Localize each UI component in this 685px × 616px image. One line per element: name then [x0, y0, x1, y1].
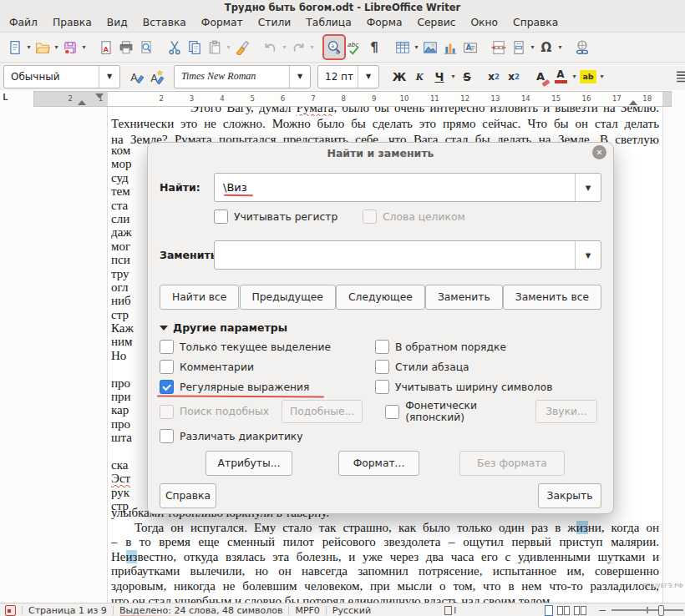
zoom-slider-handle[interactable]: [658, 605, 664, 616]
open-dropdown[interactable]: [53, 36, 60, 58]
clone-formatting-button[interactable]: [232, 36, 252, 58]
paste-button[interactable]: [205, 36, 225, 58]
highlight-color-dropdown[interactable]: [598, 65, 606, 88]
paragraph-style-dropdown[interactable]: [99, 66, 119, 88]
font-name-combo[interactable]: Times New Roman: [174, 65, 311, 88]
right-indent-marker[interactable]: [629, 100, 637, 105]
paragraph-styles-checkbox[interactable]: Стили абзаца: [375, 360, 601, 374]
insert-field-button[interactable]: [509, 36, 529, 58]
menu-item[interactable]: Правка: [45, 15, 99, 30]
single-page-view-button[interactable]: [545, 605, 553, 616]
menu-item[interactable]: Вставка: [135, 15, 194, 30]
highlight-color-button[interactable]: ab: [578, 66, 598, 88]
document-modified-icon[interactable]: [5, 605, 16, 616]
formatting-marks-button[interactable]: ¶: [364, 36, 384, 58]
justify-button[interactable]: [673, 65, 685, 88]
find-replace-button[interactable]: ad: [324, 36, 344, 58]
regex-checkbox[interactable]: Регулярные выражения: [160, 380, 375, 394]
current-selection-checkbox[interactable]: Только текущее выделение: [160, 340, 375, 354]
font-color-dropdown[interactable]: [571, 65, 578, 88]
menu-item[interactable]: Окно: [463, 15, 505, 30]
replace-input[interactable]: [215, 241, 575, 269]
help-button[interactable]: Справка: [160, 483, 216, 508]
special-character-button[interactable]: Ω: [536, 36, 556, 58]
redo-dropdown: [308, 36, 316, 58]
find-all-button[interactable]: Найти все: [160, 285, 239, 310]
selection-mode-indicator[interactable]: [444, 606, 456, 615]
font-size-dropdown[interactable]: [358, 66, 378, 88]
find-dropdown[interactable]: [575, 174, 601, 201]
export-pdf-button[interactable]: A: [96, 36, 116, 58]
superscript-button[interactable]: x2: [484, 66, 504, 88]
close-button[interactable]: Закрыть: [538, 483, 601, 508]
new-document-button[interactable]: [5, 36, 25, 58]
spelling-button[interactable]: abc: [344, 36, 364, 58]
attributes-button[interactable]: Атрибуты...: [206, 451, 292, 476]
font-color-button[interactable]: A: [551, 66, 571, 88]
left-indent-marker[interactable]: [78, 100, 86, 105]
page-break-button[interactable]: [489, 36, 509, 58]
subscript-button[interactable]: x2: [504, 66, 524, 88]
zoom-out-button[interactable]: −: [598, 604, 606, 616]
next-button[interactable]: Следующее: [336, 285, 425, 310]
replace-all-button[interactable]: Заменить все: [503, 285, 601, 310]
zoom-slider[interactable]: −: [598, 604, 683, 616]
insert-chart-button[interactable]: [440, 36, 460, 58]
text-language[interactable]: Русский: [332, 605, 371, 616]
print-button[interactable]: [116, 36, 136, 58]
dialog-close-button[interactable]: [592, 145, 606, 159]
italic-button[interactable]: К: [409, 66, 429, 88]
replace-dropdown[interactable]: [575, 241, 601, 269]
menu-item[interactable]: Формат: [194, 15, 251, 30]
bold-button[interactable]: Ж: [389, 66, 409, 88]
replace-button[interactable]: Заменить: [425, 285, 503, 310]
print-preview-button[interactable]: [136, 36, 156, 58]
strikethrough-button[interactable]: S: [457, 66, 477, 88]
comments-checkbox[interactable]: Комментарии: [160, 360, 375, 374]
page-count[interactable]: Страница 1 из 9: [28, 605, 107, 616]
font-size-combo[interactable]: 12 пт: [317, 65, 379, 88]
menu-item[interactable]: Стили: [251, 15, 299, 30]
diacritics-checkbox[interactable]: Различать диакритику: [160, 429, 303, 443]
previous-button[interactable]: Предыдущее: [240, 285, 336, 310]
underline-button[interactable]: Ч: [429, 66, 449, 88]
first-line-indent-marker[interactable]: [95, 93, 104, 98]
update-style-button[interactable]: A: [127, 65, 147, 88]
insert-table-button[interactable]: [393, 36, 413, 58]
new-document-dropdown[interactable]: [25, 36, 33, 58]
insert-image-button[interactable]: [420, 36, 440, 58]
save-button[interactable]: [60, 36, 80, 58]
menu-item[interactable]: Сервис: [409, 15, 463, 30]
other-options-expander[interactable]: Другие параметры: [160, 321, 601, 334]
copy-button[interactable]: [185, 36, 205, 58]
find-input[interactable]: [215, 174, 575, 201]
book-view-button[interactable]: [574, 606, 586, 615]
insert-field-dropdown[interactable]: [529, 36, 536, 58]
insert-text-box-button[interactable]: A: [460, 36, 480, 58]
backwards-checkbox[interactable]: В обратном порядке: [375, 340, 601, 354]
menu-item[interactable]: Форма: [359, 15, 410, 30]
menu-item[interactable]: Таблица: [298, 15, 358, 30]
font-name-dropdown[interactable]: [289, 66, 310, 88]
open-button[interactable]: [33, 36, 53, 58]
char-width-checkbox[interactable]: Учитывать ширину символов: [375, 380, 601, 394]
special-character-dropdown[interactable]: [556, 36, 564, 58]
format-button[interactable]: Формат...: [338, 451, 419, 476]
match-case-checkbox[interactable]: Учитывать регистр: [214, 210, 363, 224]
clear-formatting-button[interactable]: A: [530, 66, 551, 88]
underline-dropdown[interactable]: [449, 65, 457, 88]
menu-item[interactable]: Файл: [2, 15, 45, 30]
menu-item[interactable]: Вид: [99, 15, 135, 30]
paragraph-style-combo[interactable]: Обычный: [3, 65, 120, 88]
new-style-button[interactable]: A: [147, 65, 167, 88]
multi-page-view-button[interactable]: [557, 606, 570, 615]
hyperlink-button[interactable]: [572, 36, 592, 58]
selection-count[interactable]: Выделено: 24 слова, 48 символов: [119, 605, 283, 616]
tab-stop-selector[interactable]: L: [3, 92, 8, 103]
page-style[interactable]: MPF0: [295, 605, 319, 616]
cut-button[interactable]: [165, 36, 185, 58]
phonetic-checkbox[interactable]: Фонетически (японский): [385, 400, 535, 423]
menu-item[interactable]: Справка: [505, 15, 566, 30]
insert-table-dropdown[interactable]: [413, 36, 420, 58]
save-dropdown[interactable]: [80, 36, 88, 58]
